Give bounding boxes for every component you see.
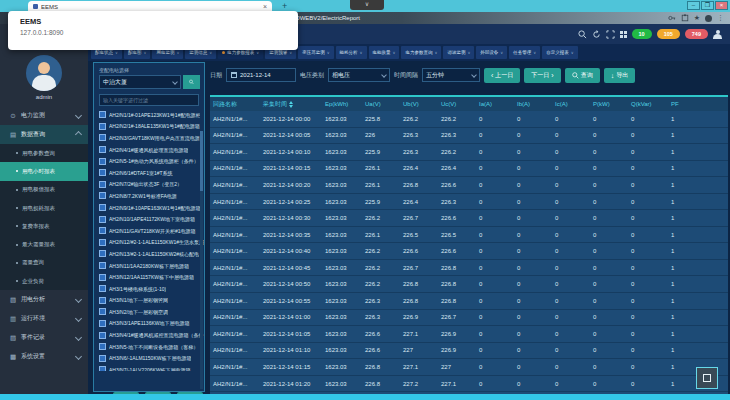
- sidebar-subitem[interactable]: 用电小时报表: [0, 162, 88, 180]
- tree-item[interactable]: AH3/N4/1#暖通风机减控直流电源箱（条件）: [94, 329, 204, 341]
- tree-item[interactable]: AH2/N5-1#热动力风系统电源柜（条件）: [94, 155, 204, 167]
- table-row[interactable]: AH2/N1/1#... 2021-12-14 00:10 1623.03 22…: [210, 144, 728, 161]
- sidebar-item-data-query[interactable]: ▤ 数据查询: [0, 125, 88, 144]
- floating-action-button[interactable]: [696, 367, 718, 389]
- checkbox[interactable]: [99, 192, 106, 199]
- checkbox[interactable]: [99, 274, 106, 281]
- nav-tab[interactable]: 电力参数查询 ∨: [401, 46, 441, 59]
- voltage-type-select[interactable]: 相电压: [328, 68, 390, 82]
- tree-item[interactable]: AH2/N2/1#-18ALE135KW1号1#配电源箱: [94, 121, 204, 133]
- chevron-down-icon[interactable]: ∨: [350, 0, 384, 10]
- checkbox[interactable]: [99, 297, 106, 304]
- address-bar[interactable]: 00WEBV2/ElectricReport: [293, 15, 360, 21]
- sidebar-subitem[interactable]: 最大需量报表: [0, 235, 88, 253]
- tree-item[interactable]: AH2/N1/1#-01APE123KW1号1#配电源柜: [94, 109, 204, 121]
- browser-menu-icon[interactable]: ⋮: [717, 14, 724, 22]
- fullscreen-icon[interactable]: [606, 30, 615, 39]
- nav-tab[interactable]: 谐波监测 ∨: [443, 46, 474, 59]
- checkbox[interactable]: [99, 204, 106, 211]
- profile-avatar-icon[interactable]: [705, 15, 712, 22]
- col-collect-time[interactable]: 采集时间: [260, 100, 322, 109]
- tree-item[interactable]: AH3/N5-地下不间断设备电源箱（客梯）: [94, 341, 204, 353]
- query-button[interactable]: 查询: [565, 68, 600, 83]
- station-select[interactable]: 中治大厦: [99, 75, 181, 89]
- tree-item[interactable]: AH3/N2/地下一层彩钢空调: [94, 306, 204, 318]
- tree-item[interactable]: AH3/N12/1AA1157KW栋下中层电源箱: [94, 271, 204, 283]
- prev-day-button[interactable]: ‹上一日: [484, 68, 520, 83]
- tree-item[interactable]: AH2/N10/1APE41172KW地下室电源箱: [94, 213, 204, 225]
- tree-item[interactable]: AH3/1号楼电梯系统(1-10): [94, 283, 204, 295]
- table-row[interactable]: AH2/N1/1#... 2021-12-14 01:15 1623.03 22…: [210, 359, 728, 376]
- tree-item[interactable]: AH3/N6/-1ALM1150KW栋下层电源箱: [94, 352, 204, 364]
- checkbox[interactable]: [99, 332, 106, 339]
- date-input[interactable]: 2021-12-14: [226, 68, 296, 82]
- nav-tab[interactable]: 变压器监测 ∨: [298, 46, 333, 59]
- refresh-icon[interactable]: [592, 30, 601, 39]
- search-icon[interactable]: [578, 30, 587, 39]
- checkbox[interactable]: [99, 227, 106, 234]
- tree-filter-input[interactable]: [99, 94, 199, 106]
- checkbox[interactable]: [99, 181, 106, 188]
- tree-item[interactable]: AH2/N11/GAVT218KW开关柜#1电源箱: [94, 225, 204, 237]
- table-row[interactable]: AH2/N1/1#... 2021-12-14 00:55 1623.03 22…: [210, 293, 728, 310]
- sidebar-item-usage-analysis[interactable]: ▧ 用电分析: [0, 290, 88, 309]
- checkbox[interactable]: [99, 366, 106, 371]
- sidebar-subitem[interactable]: 复费率报表: [0, 217, 88, 235]
- table-row[interactable]: AH2/N1/1#... 2021-12-14 00:20 1623.03 22…: [210, 177, 728, 194]
- sidebar-item-power-monitor[interactable]: ⊙ 电力监测: [0, 106, 88, 125]
- tree-item[interactable]: AH2/N8/7.2KW1号标准FA电源: [94, 190, 204, 202]
- table-row[interactable]: AH2/N1/1#... 2021-12-14 00:00 1623.03 22…: [210, 111, 728, 128]
- tree-item[interactable]: AH3/N7/-1ALV2206KW栋下层电源箱: [94, 364, 204, 371]
- checkbox[interactable]: [99, 158, 106, 165]
- table-row[interactable]: AH2/N1/1#... 2021-12-14 00:05 1623.03 22…: [210, 128, 728, 145]
- export-button[interactable]: ↓导出: [604, 68, 636, 83]
- checkbox[interactable]: [99, 250, 106, 257]
- tree-item[interactable]: AH2/N3/GAVT18KW用电户高压直流电源: [94, 132, 204, 144]
- tree-item[interactable]: AH3/N3/1APE1136KW地下层电源箱: [94, 318, 204, 330]
- next-day-button[interactable]: 下一日›: [524, 68, 560, 83]
- sidebar-subitem[interactable]: 企业负荷: [0, 272, 88, 290]
- scrollbar-thumb[interactable]: [200, 131, 203, 191]
- status-badge-yellow[interactable]: 105: [657, 29, 680, 39]
- restore-button[interactable]: ❒: [701, 1, 714, 10]
- table-row[interactable]: AH2/N1/1#... 2021-12-14 00:40 1623.03 22…: [210, 243, 728, 260]
- tree-item[interactable]: AH2/N4/1#暖通风机处理直流电源箱: [94, 144, 204, 156]
- status-badge-green[interactable]: 10: [632, 29, 652, 39]
- checkbox[interactable]: [99, 262, 106, 269]
- tree-item[interactable]: AH2/N7/2#输出状态3F（变压2）: [94, 179, 204, 191]
- sort-icon[interactable]: [289, 101, 293, 108]
- checkbox[interactable]: [99, 216, 106, 223]
- table-row[interactable]: AH2/N1/1#... 2021-12-14 00:50 1623.03 22…: [210, 276, 728, 293]
- checkbox[interactable]: [99, 123, 106, 130]
- table-row[interactable]: AH2/N1/1#... 2021-12-14 01:05 1623.03 22…: [210, 326, 728, 343]
- close-icon[interactable]: ×: [263, 3, 267, 10]
- checkbox[interactable]: [99, 111, 106, 118]
- checkbox[interactable]: [99, 146, 106, 153]
- table-row[interactable]: AH2/N1/1#... 2021-12-14 00:30 1623.03 22…: [210, 210, 728, 227]
- nav-tab[interactable]: 自定义报表 ∨: [542, 46, 577, 59]
- checkbox[interactable]: [99, 285, 106, 292]
- nav-tab[interactable]: 外部设备 ∨: [476, 46, 507, 59]
- horizontal-scrollbar[interactable]: [0, 394, 730, 400]
- tree-item[interactable]: AH2/N13/#2-1-1ALE1150KW2#核心配电: [94, 248, 204, 260]
- nav-tab[interactable]: 任务管理 ∨: [509, 46, 540, 59]
- nav-tab[interactable]: 电能质量 ∨: [369, 46, 400, 59]
- grid-icon[interactable]: [620, 31, 627, 38]
- key-icon[interactable]: [668, 14, 676, 22]
- sidebar-item-settings[interactable]: ▩ 系统设置: [0, 347, 88, 366]
- nav-tab[interactable]: 能耗分析 ∨: [336, 46, 367, 59]
- user-icon[interactable]: [713, 30, 722, 39]
- tree-item[interactable]: AH2/N6/1#DTAF1室1#T系统: [94, 167, 204, 179]
- table-row[interactable]: AH2/N1/1#... 2021-12-14 01:20 1623.03 22…: [210, 376, 728, 393]
- sidebar-subitem[interactable]: 用电参数查询: [0, 144, 88, 162]
- bookmark-star-icon[interactable]: ★: [694, 14, 700, 22]
- sidebar-subitem[interactable]: 用电极值报表: [0, 181, 88, 199]
- checkbox[interactable]: [99, 308, 106, 315]
- checkbox[interactable]: [99, 169, 106, 176]
- table-row[interactable]: AH2/N1/1#... 2021-12-14 01:10 1623.03 22…: [210, 343, 728, 360]
- table-row[interactable]: AH2/N1/1#... 2021-12-14 00:35 1623.03 22…: [210, 227, 728, 244]
- table-row[interactable]: AH2/N1/1#... 2021-12-14 00:15 1623.03 22…: [210, 161, 728, 178]
- station-search-button[interactable]: [183, 75, 200, 89]
- sidebar-item-event-log[interactable]: ▨ 事件记录: [0, 328, 88, 347]
- checkbox[interactable]: [99, 355, 106, 362]
